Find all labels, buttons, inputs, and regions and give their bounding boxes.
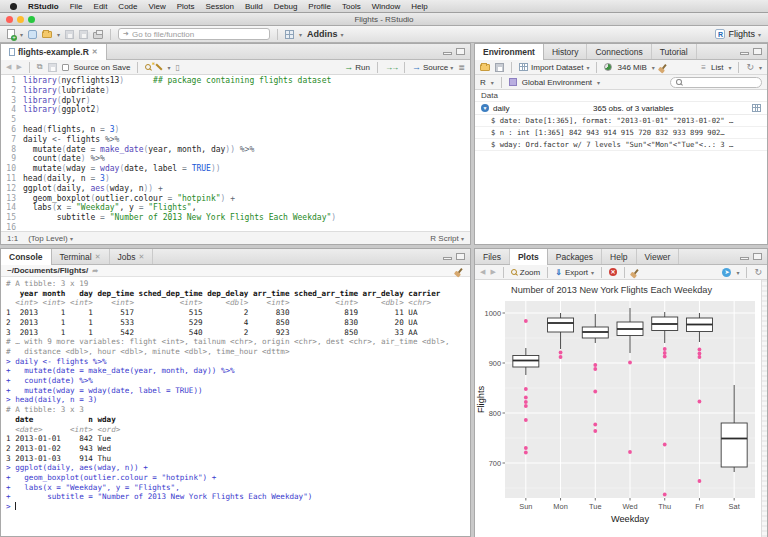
code-line[interactable]: 4library(ggplot2) (1, 105, 470, 115)
menu-item-edit[interactable]: Edit (94, 2, 108, 11)
code-line[interactable]: 7daily <- flights %>% (1, 135, 470, 145)
code-line[interactable]: 14 labs(x = "Weekday", y = "Flights", (1, 203, 470, 213)
new-file-dropdown[interactable]: ▾ (20, 31, 23, 38)
minimize-pane-icon[interactable] (443, 52, 452, 55)
save-all-icon[interactable] (79, 30, 88, 39)
tab-jobs[interactable]: Jobs✕ (110, 249, 154, 264)
project-menu[interactable]: R Flights ▾ (715, 29, 761, 39)
export-plot-button[interactable]: ⇓ Export ▾ (555, 268, 594, 277)
load-workspace-icon[interactable] (480, 64, 490, 71)
goto-directory-icon[interactable]: ➦ (92, 267, 98, 275)
menu-item-session[interactable]: Session (205, 2, 233, 11)
code-tools-icon[interactable] (156, 63, 163, 70)
expand-object-icon[interactable]: ▼ (481, 104, 489, 112)
maximize-pane-icon[interactable] (753, 48, 762, 55)
environment-object-row[interactable]: ▼ daily 365 obs. of 3 variables (475, 102, 767, 115)
tab-files[interactable]: Files (475, 249, 510, 264)
memory-dropdown[interactable]: ▾ (652, 64, 655, 71)
menu-item-rstudio[interactable]: RStudio (28, 2, 59, 11)
clear-all-plots-icon[interactable] (633, 269, 638, 275)
tab-history[interactable]: History (544, 44, 587, 59)
run-button[interactable]: → Run (344, 62, 370, 72)
file-type-selector[interactable]: R Script ▾ (430, 234, 464, 243)
code-line[interactable]: 6head(flights, n = 3) (1, 125, 470, 135)
code-line[interactable]: 12ggplot(daily, aes(wday, n)) + (1, 184, 470, 194)
language-selector[interactable]: R (480, 78, 486, 87)
tab-packages[interactable]: Packages (548, 249, 602, 264)
pane-layout-icon[interactable] (285, 30, 294, 39)
import-dataset-button[interactable]: Import Dataset ▾ (519, 63, 589, 72)
next-plot-icon[interactable]: ▶ (490, 268, 495, 276)
code-line[interactable]: 13 geom_boxplot(outlier.colour = "hotpin… (1, 194, 470, 204)
menu-item-window[interactable]: Window (372, 2, 400, 11)
memory-usage-icon[interactable] (604, 63, 612, 71)
maximize-pane-icon[interactable] (456, 253, 465, 260)
tab-console[interactable]: Console (1, 249, 52, 265)
tab-flights-example[interactable]: flights-example.R ✕ (1, 44, 107, 60)
publish-dropdown[interactable]: ▾ (736, 269, 739, 276)
tab-tutorial[interactable]: Tutorial (652, 44, 697, 59)
code-editor[interactable]: 1library(nycflights13) ## package contai… (1, 75, 470, 231)
code-line[interactable]: 15 subtitle = "Number of 2013 New York F… (1, 213, 470, 223)
code-line[interactable]: 3library(dplyr) (1, 96, 470, 106)
environment-search-input[interactable] (685, 79, 756, 86)
clear-workspace-icon[interactable] (661, 64, 666, 70)
tab-environment[interactable]: Environment (475, 44, 544, 60)
menu-item-help[interactable]: Help (411, 2, 427, 11)
apple-menu-icon[interactable] (10, 3, 17, 10)
close-tab-icon[interactable]: ✕ (92, 48, 98, 56)
new-project-icon[interactable] (28, 30, 37, 39)
previous-plot-icon[interactable]: ◀ (480, 268, 485, 276)
tab-plots[interactable]: Plots (510, 249, 548, 265)
tab-viewer[interactable]: Viewer (637, 249, 680, 264)
list-view-dropdown[interactable]: ▾ (728, 64, 731, 71)
refresh-dropdown[interactable]: ▾ (759, 64, 762, 71)
pane-layout-dropdown[interactable]: ▾ (299, 31, 302, 38)
scope-selector[interactable]: (Top Level) ▾ (28, 234, 73, 243)
list-view-label[interactable]: List (711, 63, 723, 72)
menu-item-tools[interactable]: Tools (342, 2, 361, 11)
print-icon[interactable] (93, 32, 103, 39)
tab-terminal[interactable]: Terminal✕ (52, 249, 110, 264)
document-outline-icon[interactable]: ≣ (458, 63, 465, 72)
close-tab-icon[interactable]: ✕ (95, 253, 101, 261)
code-line[interactable]: 8 mutate(date = make_date(year, month, d… (1, 145, 470, 155)
new-file-icon[interactable] (7, 29, 15, 39)
open-in-new-window-icon[interactable]: ⧉ (37, 62, 43, 72)
minimize-pane-icon[interactable] (740, 257, 749, 260)
menu-item-profile[interactable]: Profile (308, 2, 331, 11)
minimize-pane-icon[interactable] (740, 52, 749, 55)
goto-file-function-input[interactable] (132, 30, 265, 39)
close-tab-icon[interactable]: ✕ (139, 253, 145, 261)
menu-item-build[interactable]: Build (245, 2, 263, 11)
code-line[interactable]: 2library(lubridate) (1, 86, 470, 96)
save-icon[interactable] (65, 30, 74, 39)
zoom-plot-button[interactable]: Zoom (511, 268, 540, 277)
plot-scrollbar[interactable] (761, 280, 767, 537)
source-button[interactable]: → Source ▾ (412, 62, 453, 72)
open-file-icon[interactable] (42, 31, 52, 38)
remove-plot-icon[interactable]: ✕ (609, 268, 617, 276)
publish-icon[interactable]: ➤ (722, 268, 731, 277)
environment-scope-selector[interactable]: Global Environment (522, 78, 592, 87)
menu-item-plots[interactable]: Plots (177, 2, 195, 11)
menu-item-debug[interactable]: Debug (274, 2, 298, 11)
console-output[interactable]: # A tibble: 3 x 19 year month day dep_ti… (1, 277, 470, 536)
menu-item-code[interactable]: Code (118, 2, 137, 11)
view-data-grid-icon[interactable] (752, 104, 761, 112)
minimize-pane-icon[interactable] (443, 257, 452, 260)
tab-connections[interactable]: Connections (587, 44, 651, 59)
forward-icon[interactable]: ▶ (16, 63, 21, 71)
code-line[interactable]: 9 count(date) %>% (1, 154, 470, 164)
back-icon[interactable]: ◀ (6, 63, 11, 71)
addins-menu[interactable]: Addins ▾ (307, 29, 344, 39)
code-line[interactable]: 16 (1, 223, 470, 231)
rerun-icon[interactable]: →→ (385, 63, 397, 72)
save-workspace-icon[interactable] (495, 63, 504, 72)
code-line[interactable]: 10 mutate(wday = wday(date, label = TRUE… (1, 164, 470, 174)
open-recent-dropdown[interactable]: ▾ (57, 31, 60, 38)
clear-console-icon[interactable] (457, 268, 462, 274)
code-tools-dropdown[interactable]: ▾ (167, 64, 170, 71)
tab-help[interactable]: Help (602, 249, 636, 264)
compile-report-icon[interactable]: ▯ (175, 63, 179, 72)
